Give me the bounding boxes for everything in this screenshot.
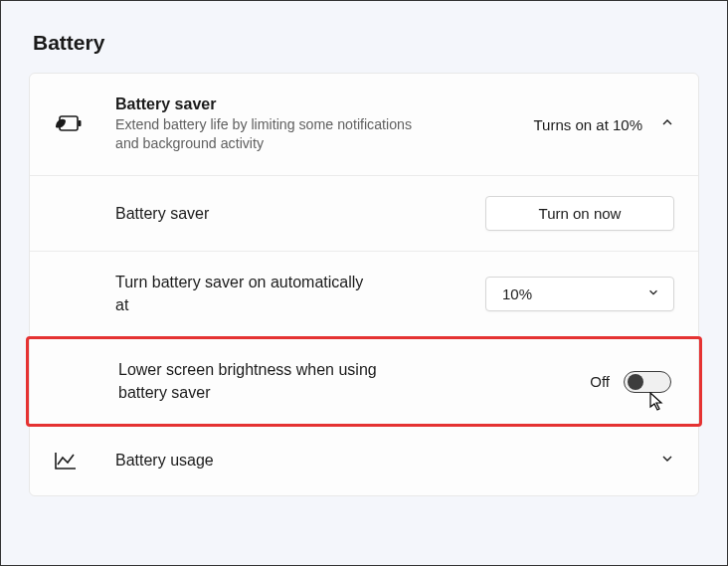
auto-on-label: Turn battery saver on automatically at (115, 272, 374, 316)
cursor-icon (649, 392, 665, 416)
battery-panel: Battery saver Extend battery life by lim… (29, 73, 699, 496)
auto-on-row: Turn battery saver on automatically at 1… (30, 252, 698, 337)
battery-saver-turnon-row: Battery saver Turn on now (30, 176, 698, 252)
chevron-down-icon (660, 452, 674, 470)
chart-icon (54, 451, 88, 471)
auto-on-threshold-select[interactable]: 10% (485, 277, 674, 311)
battery-leaf-icon (54, 113, 88, 135)
lower-brightness-label: Lower screen brightness when using batte… (118, 359, 377, 404)
battery-usage-row[interactable]: Battery usage (30, 426, 698, 495)
brightness-toggle-state: Off (590, 373, 610, 390)
battery-saver-title: Battery saver (115, 95, 533, 113)
toggle-knob (628, 374, 643, 390)
turn-on-now-button[interactable]: Turn on now (485, 196, 674, 231)
auto-on-threshold-value: 10% (502, 285, 532, 302)
lower-brightness-row: Lower screen brightness when using batte… (26, 336, 702, 427)
section-title-battery: Battery (29, 31, 699, 55)
battery-saver-label: Battery saver (115, 205, 485, 223)
battery-usage-label: Battery usage (115, 452, 660, 470)
chevron-up-icon (660, 115, 674, 133)
battery-saver-description: Extend battery life by limiting some not… (115, 115, 414, 153)
battery-saver-header-row[interactable]: Battery saver Extend battery life by lim… (30, 74, 698, 176)
chevron-down-icon (647, 286, 659, 301)
battery-saver-status: Turns on at 10% (533, 116, 642, 133)
svg-rect-1 (79, 120, 82, 126)
brightness-toggle[interactable] (624, 371, 671, 393)
